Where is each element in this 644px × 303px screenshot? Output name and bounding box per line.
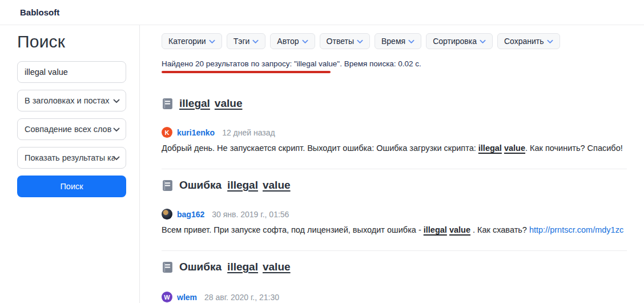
search-term: value	[263, 260, 291, 274]
post-date: 30 янв. 2019 г., 01:56	[212, 210, 289, 219]
search-submit-button[interactable]: Поиск	[17, 176, 126, 197]
chevron-down-icon	[252, 37, 259, 46]
search-term: illegal	[478, 143, 502, 153]
filter-bar: Категории Тэги Автор Ответы Время	[162, 33, 627, 49]
post-meta: K kuri1enko 12 дней назад	[162, 127, 627, 138]
scope-select-value: В заголовках и постах	[25, 96, 110, 105]
search-term: value	[215, 96, 243, 111]
result-separator	[162, 250, 627, 251]
results-area: Категории Тэги Автор Ответы Время	[140, 25, 644, 303]
chevron-down-icon	[302, 37, 308, 46]
match-select-value: Совпадение всех слов	[25, 125, 111, 134]
summary-underline-marker	[162, 71, 331, 73]
external-link[interactable]: http://prntscr.com/mdy1zc	[529, 225, 623, 234]
display-as-select[interactable]: Показать результаты как зе	[17, 147, 126, 169]
username-link[interactable]: bag162	[177, 210, 204, 219]
avatar[interactable]: W	[162, 292, 172, 302]
search-term: value	[504, 143, 525, 153]
search-result: Ошибка illegal value W wlem 28 авг. 2020…	[162, 260, 627, 302]
chevron-down-icon	[480, 37, 486, 46]
result-title-link[interactable]: illegal value	[162, 96, 627, 111]
username-link[interactable]: wlem	[177, 293, 197, 302]
brand-link[interactable]: Bablosoft	[20, 7, 59, 17]
top-header: Bablosoft	[0, 0, 644, 25]
filter-button-save[interactable]: Сохранить	[497, 33, 560, 49]
filter-button-replies[interactable]: Ответы	[320, 33, 370, 49]
filter-button-categories[interactable]: Категории	[162, 33, 222, 49]
result-title-prefix: Ошибка	[179, 260, 222, 274]
results-summary: Найдено 20 результатов по запросу: "ille…	[162, 59, 627, 68]
username-link[interactable]: kuri1enko	[177, 128, 215, 137]
scope-select[interactable]: В заголовках и постах	[17, 90, 126, 111]
result-separator	[162, 169, 627, 169]
post-date: 12 дней назад	[222, 128, 275, 137]
document-icon	[162, 180, 174, 192]
chevron-down-icon	[357, 37, 363, 46]
search-term: illegal	[179, 96, 210, 111]
post-meta: W wlem 28 авг. 2020 г., 21:30	[162, 292, 627, 302]
chevron-down-icon	[209, 37, 215, 46]
result-title-link[interactable]: Ошибка illegal value	[162, 260, 627, 274]
page: Bablosoft Поиск В заголовках и постах Со…	[0, 0, 644, 303]
display-as-select-value: Показать результаты как зе	[25, 153, 115, 162]
post-body: Добрый день. Не запускается скрипт. Выхо…	[162, 143, 627, 154]
search-sidebar: Поиск В заголовках и постах Совпадение в…	[0, 25, 140, 303]
search-term: value	[263, 178, 291, 193]
post-date: 28 авг. 2020 г., 21:30	[204, 293, 279, 302]
search-term: illegal	[424, 225, 447, 234]
filter-button-time[interactable]: Время	[375, 33, 421, 49]
page-title: Поиск	[17, 32, 127, 51]
search-query-input[interactable]	[17, 61, 126, 83]
search-result: illegal value K kuri1enko 12 дней назад …	[162, 96, 627, 154]
chevron-down-icon	[113, 153, 120, 162]
filter-button-author[interactable]: Автор	[270, 33, 315, 49]
post-body: Всем привет. При запуске софта, под лице…	[162, 225, 627, 236]
chevron-down-icon	[113, 125, 120, 134]
chevron-down-icon	[408, 37, 414, 46]
chevron-down-icon	[547, 37, 553, 46]
result-title-prefix: Ошибка	[179, 178, 222, 193]
chevron-down-icon	[113, 96, 120, 105]
post-meta: bag162 30 янв. 2019 г., 01:56	[162, 209, 627, 220]
search-term: value	[449, 225, 470, 234]
document-icon	[162, 261, 174, 273]
avatar[interactable]: K	[162, 127, 172, 138]
result-title-link[interactable]: Ошибка illegal value	[162, 178, 627, 193]
search-result: Ошибка illegal value bag162 30 янв. 2019…	[162, 178, 627, 236]
filter-button-sort[interactable]: Сортировка	[426, 33, 493, 49]
filter-button-tags[interactable]: Тэги	[227, 33, 266, 49]
document-icon	[162, 98, 174, 110]
match-select[interactable]: Совпадение всех слов	[17, 118, 126, 140]
avatar-image[interactable]	[162, 209, 172, 220]
search-term: illegal	[227, 260, 258, 274]
search-term: illegal	[227, 178, 258, 193]
